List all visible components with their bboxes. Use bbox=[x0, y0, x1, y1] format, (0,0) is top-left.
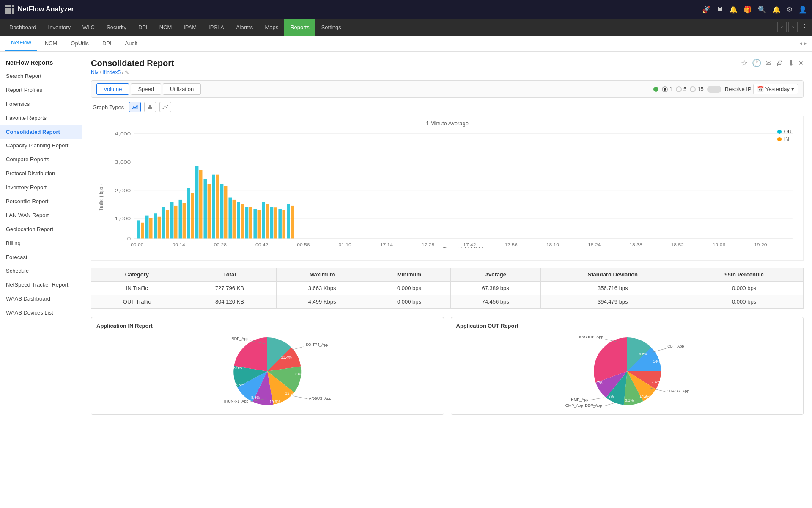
radio-15[interactable] bbox=[690, 86, 696, 92]
edit-icon[interactable]: ✎ bbox=[125, 69, 129, 75]
sidebar-item-consolidated-report[interactable]: Consolidated Report bbox=[0, 125, 82, 139]
nav-dots[interactable]: ⋮ bbox=[801, 22, 809, 32]
breadcrumb-niv[interactable]: Niv bbox=[91, 69, 98, 75]
sidebar-item-report-profiles[interactable]: Report Profiles bbox=[0, 83, 82, 97]
svg-rect-30 bbox=[183, 203, 186, 238]
sidebar-item-forensics[interactable]: Forensics bbox=[0, 97, 82, 111]
app-in-pie-labels-svg: RDP_App ISO-TP4_App TRUNK-1_App ARGUS_Ap… bbox=[96, 333, 439, 409]
clock-icon[interactable]: 🕐 bbox=[752, 58, 761, 68]
sidebar-item-favorite-reports[interactable]: Favorite Reports bbox=[0, 111, 82, 125]
interval-1[interactable]: 1 bbox=[662, 86, 672, 92]
sidebar-item-capacity-planning[interactable]: Capacity Planning Report bbox=[0, 139, 82, 153]
notification-icon[interactable]: 🔔 bbox=[772, 6, 781, 14]
cell-in-avg: 67.389 bps bbox=[450, 282, 540, 295]
nav-settings[interactable]: Settings bbox=[315, 19, 347, 36]
sidebar-item-lan-wan[interactable]: LAN WAN Report bbox=[0, 209, 82, 223]
tab-speed[interactable]: Speed bbox=[131, 83, 161, 95]
sidebar-item-protocol-distribution[interactable]: Protocol Distribution bbox=[0, 167, 82, 181]
sidebar-item-schedule[interactable]: Schedule bbox=[0, 264, 82, 278]
search-icon[interactable]: 🔍 bbox=[758, 6, 766, 14]
close-icon[interactable]: ✕ bbox=[798, 60, 804, 66]
svg-text:17:14: 17:14 bbox=[380, 242, 393, 246]
tab-volume[interactable]: Volume bbox=[96, 83, 129, 95]
col-std-dev: Standard Deviation bbox=[540, 268, 685, 282]
gift-icon[interactable]: 🎁 bbox=[743, 6, 752, 14]
sidebar-item-netspeed[interactable]: NetSpeed Tracker Report bbox=[0, 278, 82, 292]
interval-15[interactable]: 15 bbox=[690, 86, 703, 92]
sub-item-audit[interactable]: Audit bbox=[119, 35, 144, 51]
sidebar-item-inventory-report[interactable]: Inventory Report bbox=[0, 181, 82, 195]
chart-legend: OUT IN bbox=[777, 129, 795, 142]
nav-ipsla[interactable]: IPSLA bbox=[203, 19, 230, 36]
resolve-ip-toggle[interactable] bbox=[707, 86, 721, 93]
nav-ipam[interactable]: IPAM bbox=[178, 19, 203, 36]
nav-maps[interactable]: Maps bbox=[259, 19, 284, 36]
col-percentile: 95th Percentile bbox=[685, 268, 804, 282]
bell-alert-icon[interactable]: 🔔 bbox=[729, 6, 738, 14]
graph-type-area[interactable] bbox=[129, 102, 141, 112]
graph-type-bar[interactable] bbox=[144, 102, 156, 112]
col-average: Average bbox=[450, 268, 540, 282]
interval-group: 1 5 15 Resolve IP bbox=[653, 86, 752, 93]
user-icon[interactable]: 👤 bbox=[798, 6, 807, 14]
nav-wlc[interactable]: WLC bbox=[77, 19, 101, 36]
sub-back-arrow[interactable]: ◂ bbox=[799, 40, 802, 47]
sidebar-item-search-report[interactable]: Search Report bbox=[0, 69, 82, 83]
nav-reports[interactable]: Reports bbox=[284, 19, 315, 36]
email-icon[interactable]: ✉ bbox=[765, 58, 772, 68]
svg-rect-19 bbox=[137, 220, 140, 238]
download-icon[interactable]: ⬇ bbox=[788, 58, 794, 68]
svg-rect-22 bbox=[149, 218, 153, 238]
report-header-left: Consolidated Report Niv / IfIndex5 / ✎ bbox=[91, 58, 174, 75]
nav-arrows: ‹ › bbox=[777, 22, 798, 32]
svg-text:2,000: 2,000 bbox=[115, 188, 131, 193]
sidebar-item-geolocation[interactable]: Geolocation Report bbox=[0, 223, 82, 237]
date-picker[interactable]: 📅 Yesterday ▾ bbox=[753, 84, 798, 94]
chevron-down-icon: ▾ bbox=[791, 86, 794, 92]
sidebar-item-waas-devices[interactable]: WAAS Devices List bbox=[0, 306, 82, 320]
nav-dpi[interactable]: DPI bbox=[132, 19, 154, 36]
svg-text:1,000: 1,000 bbox=[115, 216, 131, 221]
sub-item-oputils[interactable]: OpUtils bbox=[65, 35, 95, 51]
svg-rect-47 bbox=[253, 209, 257, 238]
nav-back-arrow[interactable]: ‹ bbox=[777, 22, 787, 32]
svg-text:HMP_App: HMP_App bbox=[571, 398, 588, 402]
nav-ncm[interactable]: NCM bbox=[154, 19, 178, 36]
breadcrumb-ifindex[interactable]: IfIndex5 bbox=[102, 69, 121, 75]
chart-container: 1 Minute Average OUT IN bbox=[91, 116, 804, 261]
settings-icon[interactable]: ⚙ bbox=[787, 6, 793, 14]
svg-text:17:56: 17:56 bbox=[505, 242, 518, 246]
cell-out-total: 804.120 KB bbox=[183, 295, 276, 309]
svg-rect-36 bbox=[208, 184, 211, 238]
radio-5[interactable] bbox=[676, 86, 682, 92]
sub-item-ncm[interactable]: NCM bbox=[39, 35, 63, 51]
calendar-icon: 📅 bbox=[757, 86, 764, 92]
sub-item-dpi[interactable]: DPI bbox=[96, 35, 118, 51]
rocket-icon[interactable]: 🚀 bbox=[702, 6, 710, 14]
sidebar-item-compare-reports[interactable]: Compare Reports bbox=[0, 153, 82, 167]
monitor-icon[interactable]: 🖥 bbox=[716, 6, 723, 13]
svg-text:00:14: 00:14 bbox=[172, 242, 185, 246]
app-out-report-card: Application OUT Report 6.8% bbox=[451, 317, 804, 415]
radio-1[interactable] bbox=[662, 86, 668, 92]
star-icon[interactable]: ☆ bbox=[741, 58, 748, 68]
interval-5[interactable]: 5 bbox=[676, 86, 686, 92]
print-icon[interactable]: 🖨 bbox=[776, 59, 784, 68]
svg-rect-51 bbox=[270, 207, 274, 238]
sidebar-item-billing[interactable]: Billing bbox=[0, 237, 82, 251]
nav-forward-arrow[interactable]: › bbox=[788, 22, 798, 32]
sub-forward-arrow[interactable]: ▸ bbox=[804, 40, 807, 47]
graph-type-scatter[interactable] bbox=[159, 102, 171, 112]
nav-security[interactable]: Security bbox=[101, 19, 132, 36]
tab-utilization[interactable]: Utilization bbox=[163, 83, 201, 95]
nav-alarms[interactable]: Alarms bbox=[230, 19, 259, 36]
sub-item-netflow[interactable]: NetFlow bbox=[5, 35, 37, 51]
sidebar-item-waas-dashboard[interactable]: WAAS Dashboard bbox=[0, 292, 82, 306]
nav-dashboard[interactable]: Dashboard bbox=[3, 19, 42, 36]
svg-line-100 bbox=[650, 388, 665, 392]
nav-inventory[interactable]: Inventory bbox=[42, 19, 77, 36]
cell-out-min: 0.000 bps bbox=[368, 295, 451, 309]
sidebar-item-forecast[interactable]: Forecast bbox=[0, 251, 82, 265]
sidebar-item-percentile-report[interactable]: Percentile Report bbox=[0, 195, 82, 209]
report-title: Consolidated Report bbox=[91, 58, 174, 68]
